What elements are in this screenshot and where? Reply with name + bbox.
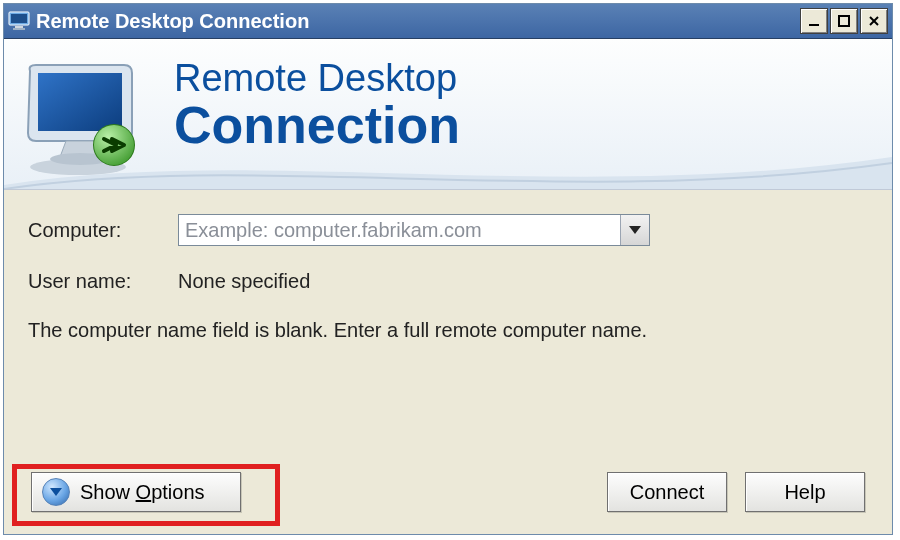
computer-row: Computer:	[28, 214, 868, 246]
hint-text: The computer name field is blank. Enter …	[28, 317, 868, 344]
app-icon	[8, 11, 30, 31]
computer-combo	[178, 214, 650, 246]
banner: Remote Desktop Connection	[4, 39, 892, 190]
chevron-down-icon	[629, 226, 641, 234]
minimize-button[interactable]	[800, 8, 828, 34]
computer-input[interactable]	[178, 214, 650, 246]
window-title: Remote Desktop Connection	[36, 10, 309, 33]
svg-rect-2	[15, 26, 23, 28]
user-label: User name:	[28, 270, 178, 293]
user-value: None specified	[178, 270, 310, 293]
svg-rect-5	[839, 16, 849, 26]
rdc-window: Remote Desktop Connection	[3, 3, 893, 535]
titlebar-left: Remote Desktop Connection	[8, 10, 309, 33]
svg-marker-13	[50, 488, 62, 496]
maximize-button[interactable]	[830, 8, 858, 34]
chevron-down-icon	[50, 488, 62, 496]
svg-rect-3	[13, 28, 25, 30]
svg-rect-4	[809, 24, 819, 26]
show-options-button[interactable]: Show Options	[31, 472, 241, 512]
window-controls	[800, 8, 888, 34]
show-options-label: Show Options	[80, 481, 205, 504]
banner-line2: Connection	[174, 99, 460, 151]
user-row: User name: None specified	[28, 270, 868, 293]
dialog-footer: Show Options Connect Help	[7, 453, 889, 531]
svg-marker-12	[629, 226, 641, 234]
titlebar: Remote Desktop Connection	[4, 4, 892, 39]
computer-label: Computer:	[28, 219, 178, 242]
banner-title: Remote Desktop Connection	[174, 59, 460, 151]
computer-dropdown-button[interactable]	[620, 215, 649, 245]
dialog-body: Computer: User name: None specified The …	[4, 190, 892, 360]
expand-disc-icon	[42, 478, 70, 506]
banner-monitor-icon	[20, 59, 150, 183]
close-button[interactable]	[860, 8, 888, 34]
banner-line1: Remote Desktop	[174, 59, 460, 99]
help-button[interactable]: Help	[745, 472, 865, 512]
connect-button[interactable]: Connect	[607, 472, 727, 512]
svg-rect-1	[11, 14, 27, 23]
